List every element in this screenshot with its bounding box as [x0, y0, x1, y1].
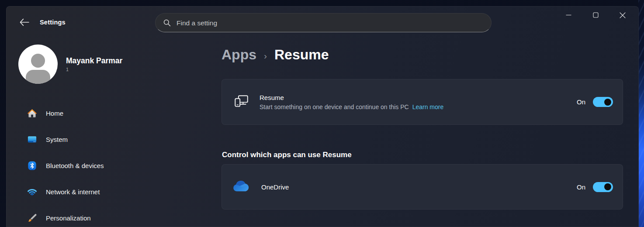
- resume-card-title: Resume: [260, 94, 443, 101]
- learn-more-link[interactable]: Learn more: [412, 103, 444, 110]
- maximize-button[interactable]: [582, 6, 609, 25]
- chevron-right-icon: ›: [264, 48, 267, 61]
- window-title: Settings: [40, 19, 66, 26]
- sidebar-item-label: Network & internet: [46, 188, 100, 196]
- toggle-knob: [604, 99, 611, 106]
- sidebar-item-personalization[interactable]: Personalization: [11, 209, 207, 227]
- user-profile[interactable]: Mayank Parmar 1: [18, 45, 122, 84]
- onedrive-icon: [232, 180, 249, 194]
- onedrive-toggle-state: On: [577, 183, 585, 191]
- sidebar-nav: Home System Bluetooth & dev: [11, 104, 207, 227]
- home-icon: [27, 108, 37, 118]
- onedrive-app-row: OneDrive On: [222, 164, 623, 210]
- avatar: [18, 45, 58, 84]
- sidebar-item-system[interactable]: System: [11, 131, 207, 148]
- sidebar-item-label: System: [46, 136, 68, 143]
- cross-device-icon: [233, 93, 250, 111]
- profile-subtitle: 1: [66, 67, 122, 72]
- avatar-head: [31, 54, 45, 68]
- sidebar-item-bluetooth[interactable]: Bluetooth & devices: [11, 157, 207, 174]
- minimize-button[interactable]: [555, 6, 582, 25]
- window-controls: [555, 6, 636, 25]
- search-input[interactable]: [176, 14, 483, 33]
- sidebar-item-home[interactable]: Home: [11, 104, 207, 122]
- onedrive-toggle[interactable]: [593, 182, 613, 192]
- breadcrumb-apps[interactable]: Apps: [222, 47, 256, 63]
- search-icon: [163, 19, 171, 29]
- sidebar-item-label: Bluetooth & devices: [46, 162, 104, 169]
- maximize-icon: [593, 12, 599, 19]
- minimize-icon: [566, 12, 571, 19]
- sidebar-item-label: Personalization: [46, 214, 91, 222]
- resume-toggle[interactable]: [593, 97, 613, 107]
- bluetooth-icon: [27, 161, 37, 171]
- desktop-wallpaper: [638, 0, 644, 227]
- avatar-shoulders: [26, 70, 50, 84]
- app-name: OneDrive: [261, 183, 289, 191]
- profile-name: Mayank Parmar: [66, 56, 122, 65]
- back-button[interactable]: [17, 17, 31, 29]
- settings-window: Settings Mayank Parmar: [6, 6, 639, 227]
- toggle-knob: [604, 183, 611, 190]
- resume-toggle-state: On: [577, 98, 585, 106]
- personalization-icon: [27, 213, 37, 223]
- page-title: Resume: [274, 47, 329, 63]
- system-icon: [27, 134, 37, 144]
- search-box[interactable]: [155, 13, 492, 32]
- close-icon: [620, 12, 626, 20]
- sidebar-item-label: Home: [46, 110, 63, 117]
- arrow-left-icon: [19, 17, 30, 28]
- resume-setting-card: Resume Start something on one device and…: [222, 79, 623, 125]
- breadcrumb: Apps › Resume: [222, 47, 329, 63]
- close-button[interactable]: [609, 6, 636, 25]
- network-icon: [27, 187, 37, 197]
- section-title: Control which apps can use Resume: [222, 151, 352, 159]
- resume-card-description: Start something on one device and contin…: [260, 103, 443, 110]
- resume-description-text: Start something on one device and contin…: [260, 103, 409, 110]
- sidebar-item-network[interactable]: Network & internet: [11, 183, 207, 200]
